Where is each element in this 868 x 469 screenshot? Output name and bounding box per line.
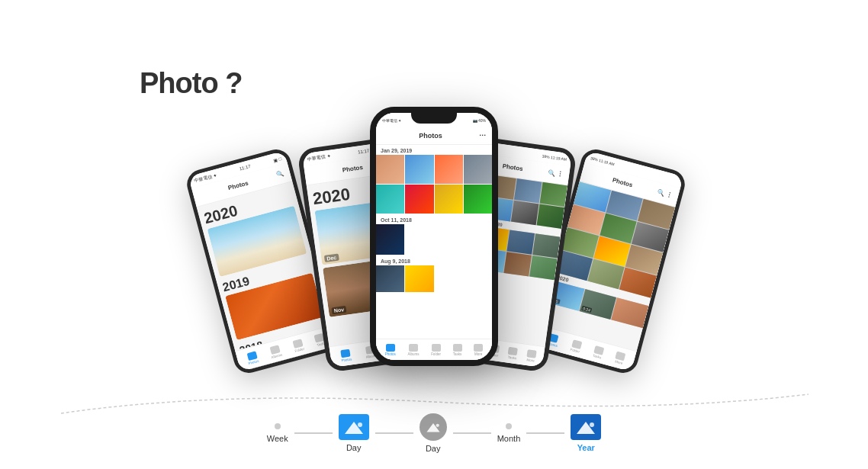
svg-point-5	[590, 422, 594, 427]
folder-icon	[432, 344, 441, 352]
dot-month	[506, 423, 512, 429]
tab-tasks[interactable]: Tasks	[507, 346, 518, 360]
label-year: Year	[577, 443, 595, 452]
more-icon	[474, 344, 483, 352]
center-header: Photos ⋯	[376, 127, 492, 145]
tab-tasks[interactable]: Tasks	[592, 345, 604, 359]
bottom-timeline: Week Day Day	[0, 397, 868, 469]
bottom-tabs: Photos Albums Folder Tasks More	[376, 339, 492, 360]
tab-more[interactable]: More	[474, 344, 483, 356]
indicator-year: Year	[564, 414, 607, 452]
tab-albums[interactable]: Albums	[268, 344, 283, 358]
page-title: Photo ?	[140, 67, 242, 100]
tab-more[interactable]: More	[526, 349, 536, 363]
photo-row-jan	[376, 155, 492, 184]
title-text: Photo ?	[140, 67, 242, 99]
line-4	[526, 432, 564, 434]
tasks-icon	[453, 344, 462, 352]
label-day-1: Day	[346, 443, 362, 452]
mountain-icon-year	[575, 419, 596, 435]
tab-folder[interactable]: Folder	[570, 339, 582, 354]
label-month: Month	[497, 434, 521, 443]
label-day-center: Day	[426, 444, 441, 453]
indicator-day-center: Day	[413, 413, 453, 453]
section-aug-2018: Aug 9, 2018	[376, 255, 492, 265]
tab-photos[interactable]: Photos	[385, 344, 396, 356]
day-center-icon	[420, 413, 447, 441]
tasks-icon	[508, 346, 518, 355]
day-icon-1	[339, 414, 369, 440]
section-oct-2018: Oct 11, 2018	[376, 214, 492, 224]
indicator-day-1: Day	[333, 414, 375, 452]
more-icon	[526, 349, 536, 358]
main-scene: Photo ? 中華電信 ✦ 11:17 ▣ □ Photos 🔍 2020	[0, 0, 868, 397]
tab-photos[interactable]: Photos	[246, 351, 259, 365]
mountain-icon-1	[343, 419, 365, 435]
photos-icon	[386, 344, 395, 352]
indicator-row: Week Day Day	[0, 413, 868, 453]
tab-photos[interactable]: Photos	[339, 349, 352, 362]
line-2	[375, 432, 413, 434]
section-jan-2019: Jan 29, 2019	[376, 145, 492, 155]
tab-albums[interactable]: Albums	[407, 344, 419, 356]
center-screen: 中華電信 ✦ 📷 40% Photos ⋯ Jan 29, 2019	[376, 113, 492, 360]
svg-point-3	[436, 423, 439, 426]
tab-folder[interactable]: Folder	[292, 339, 304, 353]
line-1	[294, 432, 333, 434]
photos-icon	[340, 349, 350, 358]
tab-folder[interactable]: Folder	[431, 344, 441, 356]
photo-row-oct	[376, 224, 492, 255]
dot-week	[275, 423, 281, 429]
phone-center: 中華電信 ✦ 📷 40% Photos ⋯ Jan 29, 2019	[370, 107, 498, 366]
indicator-month: Month	[491, 423, 527, 443]
tab-tasks[interactable]: Tasks	[453, 344, 462, 356]
svg-point-1	[358, 422, 362, 427]
indicator-week: Week	[261, 423, 294, 443]
label-week: Week	[267, 434, 288, 443]
line-3	[453, 432, 491, 434]
photo-row-aug	[376, 265, 492, 292]
year-icon	[571, 414, 601, 440]
tab-more[interactable]: More	[614, 351, 626, 365]
albums-icon	[409, 344, 418, 352]
phone-notch	[411, 113, 457, 124]
photo-row-jan2	[376, 185, 492, 214]
